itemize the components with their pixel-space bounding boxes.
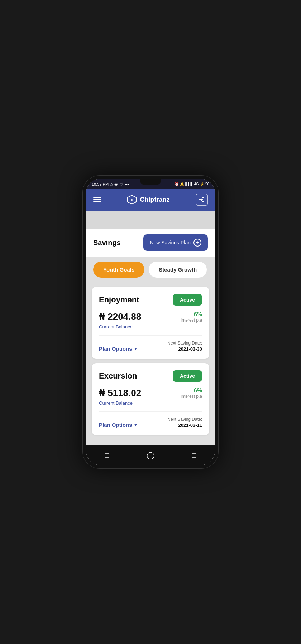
balance-amount-excursion: ₦ 5118.02 xyxy=(99,387,141,399)
svg-text:C: C xyxy=(131,198,133,202)
card-footer-excursion: Plan Options ▼ Next Saving Date: 2021-03… xyxy=(99,411,202,428)
plan-options-button-enjoyment[interactable]: Plan Options ▼ xyxy=(99,346,138,352)
phone-shell: 10:39 PM △ ◉ 🛡 ••• ⏰ 🔔 ▌▌▌ 4G ⚡ 56 xyxy=(82,175,219,469)
status-badge-excursion: Active xyxy=(173,370,202,382)
logo-icon: C xyxy=(127,195,137,205)
balance-row-excursion: ₦ 5118.02 6% Interest p.a xyxy=(99,387,202,399)
balance-row-enjoyment: ₦ 2204.88 6% Interest p.a xyxy=(99,311,202,323)
circle-icon: ◉ xyxy=(114,182,118,186)
triangle-icon: △ xyxy=(110,182,113,186)
logo-text: Chiptranz xyxy=(140,196,169,204)
status-bar: 10:39 PM △ ◉ 🛡 ••• ⏰ 🔔 ▌▌▌ 4G ⚡ 56 xyxy=(86,179,215,189)
logout-icon xyxy=(199,196,205,203)
plus-circle-icon: + xyxy=(194,239,201,247)
next-saving-date-excursion: Next Saving Date: 2021-03-11 xyxy=(167,417,202,428)
shield-icon: 🛡 xyxy=(119,182,123,186)
hamburger-menu[interactable] xyxy=(93,197,101,202)
tab-steady-growth[interactable]: Steady Growth xyxy=(149,262,207,278)
status-badge-enjoyment: Active xyxy=(173,294,202,306)
interest-section-excursion: 6% Interest p.a xyxy=(181,387,202,399)
savings-header: Savings New Savings Plan + xyxy=(86,229,215,257)
new-savings-plan-button[interactable]: New Savings Plan + xyxy=(143,234,208,251)
card-header-enjoyment: Enjoyment Active xyxy=(99,294,202,306)
interest-section-enjoyment: 6% Interest p.a xyxy=(181,311,202,323)
nav-recent-icon[interactable]: □ xyxy=(185,449,204,462)
nav-back-icon[interactable]: □ xyxy=(97,449,116,462)
phone-screen: 10:39 PM △ ◉ 🛡 ••• ⏰ 🔔 ▌▌▌ 4G ⚡ 56 xyxy=(86,179,215,465)
card-header-excursion: Excursion Active xyxy=(99,370,202,382)
interest-rate-enjoyment: 6% xyxy=(181,311,202,318)
header-logo: C Chiptranz xyxy=(127,195,169,205)
plan-name-enjoyment: Enjoyment xyxy=(99,295,139,304)
next-saving-date-enjoyment: Next Saving Date: 2021-03-30 xyxy=(167,341,202,352)
bell-icon: 🔔 xyxy=(180,182,184,186)
gray-spacer xyxy=(86,211,215,229)
status-bar-right: ⏰ 🔔 ▌▌▌ 4G ⚡ 56 xyxy=(175,182,209,186)
date-value-enjoyment: 2021-03-30 xyxy=(167,346,202,352)
logout-button[interactable] xyxy=(196,194,208,206)
status-bar-left: 10:39 PM △ ◉ 🛡 ••• xyxy=(92,182,129,186)
balance-label-excursion: Current Balance xyxy=(99,400,202,406)
interest-label-enjoyment: Interest p.a xyxy=(181,318,202,323)
plan-name-excursion: Excursion xyxy=(99,371,137,381)
alarm-icon: ⏰ xyxy=(175,182,179,186)
nav-home-icon[interactable]: ◯ xyxy=(139,449,162,462)
tab-youth-goals[interactable]: Youth Goals xyxy=(93,262,144,278)
interest-rate-excursion: 6% xyxy=(181,387,202,394)
interest-label-excursion: Interest p.a xyxy=(181,394,202,399)
app-header: C Chiptranz xyxy=(86,189,215,211)
plan-options-button-excursion[interactable]: Plan Options ▼ xyxy=(99,422,138,428)
time-display: 10:39 PM xyxy=(92,182,109,186)
balance-label-enjoyment: Current Balance xyxy=(99,324,202,330)
savings-card-excursion: Excursion Active ₦ 5118.02 6% Interest p… xyxy=(92,363,209,435)
content-area: Enjoyment Active ₦ 2204.88 6% Interest p… xyxy=(86,283,215,445)
network-icon: 4G xyxy=(194,182,199,186)
battery-icon: ⚡ xyxy=(200,182,204,186)
bottom-nav: □ ◯ □ xyxy=(86,445,215,465)
date-value-excursion: 2021-03-11 xyxy=(167,423,202,428)
balance-amount-enjoyment: ₦ 2204.88 xyxy=(99,311,141,322)
battery-level: 56 xyxy=(205,182,209,186)
chevron-down-icon-2: ▼ xyxy=(134,423,138,428)
signal-icon: ▌▌▌ xyxy=(185,182,193,186)
card-footer-enjoyment: Plan Options ▼ Next Saving Date: 2021-03… xyxy=(99,335,202,352)
tab-bar: Youth Goals Steady Growth xyxy=(86,257,215,283)
savings-title: Savings xyxy=(93,239,121,247)
chevron-down-icon: ▼ xyxy=(134,346,138,351)
dots-icon: ••• xyxy=(125,182,129,186)
notch xyxy=(140,179,161,185)
savings-card-enjoyment: Enjoyment Active ₦ 2204.88 6% Interest p… xyxy=(92,287,209,359)
